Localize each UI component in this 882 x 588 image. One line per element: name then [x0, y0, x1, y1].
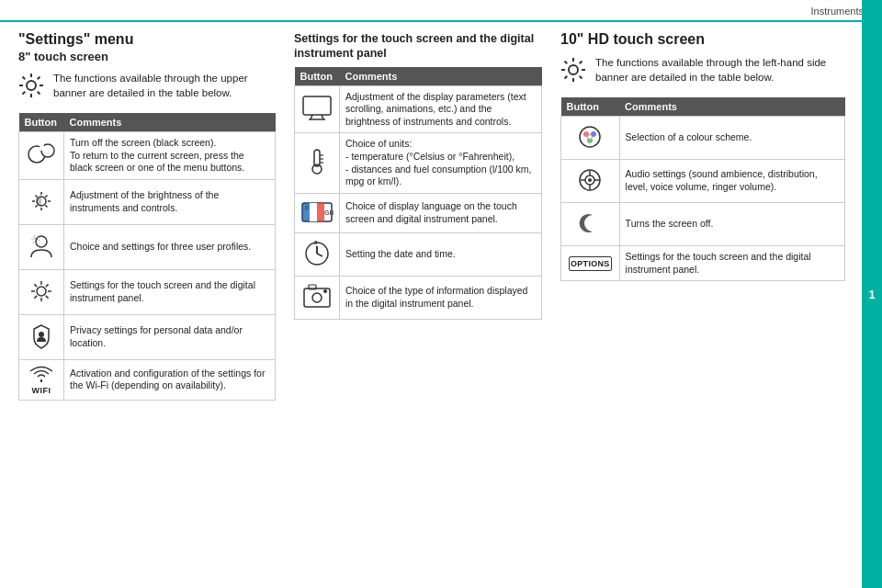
table-row: Choice of the type of information displa…	[295, 276, 542, 319]
svg-text:?: ?	[34, 236, 39, 244]
left-intro-row: The functions available through the uppe…	[18, 71, 276, 104]
comment-cell: Setting the date and time.	[340, 232, 542, 276]
table-row: F GB Choice of display language on the t…	[295, 193, 542, 232]
svg-line-65	[565, 76, 568, 79]
svg-line-62	[565, 62, 568, 64]
right-intro-text: The functions available through the left…	[595, 55, 845, 85]
page-number-bar: 1	[862, 0, 882, 588]
svg-point-0	[27, 81, 36, 90]
icon-cell: F GB	[295, 193, 340, 232]
header-title: Instruments	[811, 6, 864, 17]
left-table-header-comments: Comments	[64, 113, 276, 132]
svg-line-18	[45, 205, 47, 207]
svg-line-29	[34, 284, 37, 287]
left-table-header-button: Button	[19, 113, 64, 132]
right-column: 10" HD touch screen	[560, 31, 854, 575]
icon-cell	[561, 160, 620, 203]
svg-line-19	[45, 195, 47, 197]
table-row: Adjustment of the display parameters (te…	[295, 85, 542, 133]
svg-line-5	[23, 77, 26, 80]
middle-column: Settings for the touch screen and the di…	[294, 31, 542, 575]
svg-point-54	[312, 293, 322, 302]
table-row: Turns the screen off.	[561, 203, 845, 246]
icon-cell	[19, 269, 64, 314]
svg-point-33	[39, 332, 44, 337]
svg-point-24	[37, 287, 46, 296]
svg-line-31	[46, 284, 49, 287]
table-row: 8 Setting the date and time.	[295, 232, 542, 276]
icon-cell	[295, 276, 340, 319]
svg-point-11	[40, 145, 45, 151]
table-row: Audio settings (sound ambience, distribu…	[561, 160, 845, 203]
icon-cell: OPTIONS	[561, 246, 620, 281]
svg-rect-46	[310, 203, 317, 221]
comment-cell: Settings for the touch screen and the di…	[619, 246, 844, 281]
table-row: Choice of units:- temperature (°Celsius …	[295, 133, 542, 194]
icon-cell	[19, 314, 64, 359]
comment-cell: Choice of the type of information displa…	[340, 276, 542, 319]
comment-cell: Audio settings (sound ambience, distribu…	[619, 160, 844, 203]
icon-cell	[19, 132, 64, 180]
table-row: Selection of a colour scheme.	[561, 117, 845, 160]
svg-line-63	[580, 76, 582, 79]
table-row: WIFI Activation and configuration of the…	[19, 359, 276, 400]
svg-line-8	[23, 92, 26, 95]
table-row: OPTIONS Settings for the touch screen an…	[561, 246, 845, 281]
mid-table-header-comments: Comments	[340, 67, 542, 86]
comment-cell: Adjustment of the display parameters (te…	[340, 85, 542, 133]
svg-text:GB: GB	[324, 209, 334, 216]
comment-cell: Settings for the touch screen and the di…	[64, 269, 276, 314]
comment-cell: Choice of display language on the touch …	[340, 193, 542, 232]
comment-cell: Privacy settings for personal data and/o…	[64, 314, 276, 359]
comment-cell: Choice and settings for three user profi…	[64, 224, 276, 269]
comment-cell: Adjustment of the brightness of the inst…	[64, 179, 276, 224]
svg-rect-45	[302, 203, 310, 221]
middle-table: Button Comments Adjustment of t	[294, 67, 542, 320]
page-header: Instruments	[0, 0, 882, 22]
icon-cell: 8	[295, 232, 340, 276]
icon-cell: ?	[19, 224, 64, 269]
right-table: Button Comments	[560, 97, 845, 281]
icon-cell: WIFI	[19, 359, 64, 400]
svg-point-55	[323, 289, 327, 293]
svg-point-77	[588, 178, 592, 182]
icon-cell	[561, 203, 620, 246]
page-number: 1	[868, 288, 875, 301]
svg-line-20	[36, 205, 38, 207]
left-table: Button Comments Turn off the screen (bla…	[18, 113, 276, 401]
comment-cell: Turns the screen off.	[619, 203, 844, 246]
icon-cell	[19, 179, 64, 224]
right-section-title: 10" HD touch screen	[560, 31, 845, 48]
mid-table-header-button: Button	[295, 67, 340, 86]
table-row: Adjustment of the brightness of the inst…	[19, 179, 276, 224]
right-intro-icon	[560, 57, 586, 88]
right-table-header-button: Button	[561, 97, 620, 117]
left-section-title: "Settings" menu	[18, 31, 276, 48]
svg-line-17	[36, 195, 38, 197]
svg-line-6	[38, 92, 40, 95]
main-content: "Settings" menu 8" touch screen	[0, 22, 882, 584]
table-row: ? Choice and settings for three user pro…	[19, 224, 276, 269]
svg-line-30	[46, 296, 49, 299]
svg-point-70	[588, 135, 593, 140]
svg-point-57	[569, 65, 578, 74]
left-intro-icon	[18, 73, 44, 104]
comment-cell: Turn off the screen (black screen).To re…	[64, 132, 276, 180]
icon-cell	[561, 117, 620, 160]
svg-rect-34	[303, 96, 331, 115]
svg-line-32	[34, 296, 37, 299]
comment-cell: Choice of units:- temperature (°Celsius …	[340, 133, 542, 194]
options-label: OPTIONS	[569, 256, 612, 271]
right-table-header-comments: Comments	[619, 97, 844, 117]
svg-rect-47	[317, 203, 324, 221]
icon-cell	[295, 133, 340, 194]
comment-cell: Activation and configuration of the sett…	[64, 359, 276, 400]
icon-cell	[295, 85, 340, 133]
svg-line-64	[580, 62, 582, 64]
comment-cell: Selection of a colour scheme.	[619, 117, 844, 160]
left-intro-text: The functions available through the uppe…	[53, 71, 276, 100]
middle-section-header: Settings for the touch screen and the di…	[294, 31, 542, 62]
svg-line-51	[317, 254, 322, 256]
table-row: Settings for the touch screen and the di…	[19, 269, 276, 314]
right-intro-row: The functions available through the left…	[560, 55, 845, 88]
